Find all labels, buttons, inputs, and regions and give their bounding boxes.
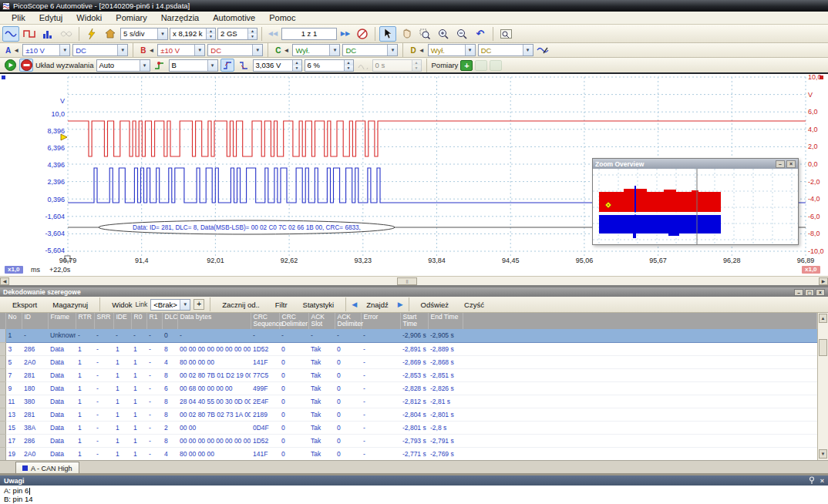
menu-item-0[interactable]: Plik xyxy=(5,12,32,24)
table-row[interactable]: 1-Unknown-----0-------2,906 s-2,905 s xyxy=(0,329,817,342)
start-from-button[interactable]: Zacznij od.. xyxy=(216,300,266,310)
undo-zoom-button[interactable]: ↶ xyxy=(472,26,489,42)
channel-d-coupling-select[interactable]: DC▾ xyxy=(478,44,533,56)
menu-item-2[interactable]: Widoki xyxy=(69,12,109,24)
scroll-down-icon[interactable]: ▼ xyxy=(819,449,827,459)
column-header[interactable]: CRC Sequence xyxy=(251,313,279,329)
table-row[interactable]: 17286Data1-11-800 00 00 00 00 00 00 001D… xyxy=(0,434,817,447)
find-prev-icon[interactable]: ◀ xyxy=(352,301,357,308)
home-button[interactable] xyxy=(102,26,119,42)
column-header[interactable]: R1 xyxy=(146,313,162,329)
clear-button[interactable]: Czyść xyxy=(458,300,490,310)
channel-d-range-select[interactable]: Wył.▾ xyxy=(428,44,476,56)
zoom-overview-titlebar[interactable]: Zoom Overview – × xyxy=(593,159,798,169)
dropdown-arrow-icon[interactable]: ▾ xyxy=(207,60,217,71)
menu-item-6[interactable]: Pomoc xyxy=(262,12,302,24)
row-gutter[interactable] xyxy=(0,408,5,421)
row-gutter[interactable] xyxy=(0,329,5,342)
close-icon[interactable]: × xyxy=(816,289,825,296)
table-row[interactable]: 52A0Data1-11-480 00 00 00141F0Tak0--2,86… xyxy=(0,355,817,368)
scroll-up-icon[interactable]: ▲ xyxy=(819,314,827,323)
dropdown-arrow-icon[interactable]: ▾ xyxy=(117,45,127,55)
row-gutter[interactable] xyxy=(0,342,5,355)
scrollbar-thumb[interactable] xyxy=(819,339,827,356)
minimize-icon[interactable]: – xyxy=(776,160,785,168)
column-header[interactable]: IDE xyxy=(113,313,131,329)
link-select[interactable]: <Brak>▾ xyxy=(150,299,190,311)
channel-c-coupling-select[interactable]: DC▾ xyxy=(342,44,398,56)
dropdown-arrow-icon[interactable]: ▾ xyxy=(523,45,533,55)
rapid-trigger-button[interactable] xyxy=(356,59,370,72)
review-button[interactable] xyxy=(354,26,371,42)
channel-b-range-select[interactable]: ±10 V▾ xyxy=(157,44,205,56)
dropdown-arrow-icon[interactable]: ▾ xyxy=(329,45,339,55)
table-row[interactable]: 9180Data1-11-600 68 00 00 00 00499F0Tak0… xyxy=(0,381,817,395)
channel-a-range-select[interactable]: ±10 V▾ xyxy=(22,44,70,56)
falling-edge-button[interactable] xyxy=(237,59,251,72)
channel-a-coupling-select[interactable]: DC▾ xyxy=(72,44,128,56)
spin-down-icon[interactable]: ▼ xyxy=(207,34,215,39)
minimize-icon[interactable]: – xyxy=(794,289,803,296)
find-button[interactable]: Znajdź xyxy=(360,300,395,310)
prev-waveform-button[interactable]: ◀◀ xyxy=(266,26,280,42)
dropdown-arrow-icon[interactable]: ▾ xyxy=(140,60,150,71)
column-header[interactable]: Frame xyxy=(48,313,76,329)
column-header[interactable]: Error xyxy=(361,313,400,329)
trigger-marker-icon[interactable] xyxy=(61,134,67,140)
table-row[interactable]: 13281Data1-11-800 02 80 7B 02 73 1A 0021… xyxy=(0,408,817,421)
channel-c-range-select[interactable]: Wył.▾ xyxy=(292,44,340,56)
menu-item-3[interactable]: Pomiary xyxy=(109,12,153,24)
find-next-icon[interactable]: ▶ xyxy=(398,301,403,308)
zoom-out-tool[interactable] xyxy=(453,26,470,42)
spin-down-icon[interactable]: ▼ xyxy=(248,34,257,39)
decoder-table[interactable]: NoIDFrameRTRSRRIDER0R1DLCData bytesCRC S… xyxy=(0,313,817,460)
advanced-trigger-button[interactable] xyxy=(153,59,167,72)
timebase-select[interactable]: 5 s/div▾ xyxy=(120,28,168,40)
export-button[interactable]: Eksport xyxy=(6,300,43,310)
decode-results-table[interactable]: NoIDFrameRTRSRRIDER0R1DLCData bytesCRC S… xyxy=(0,313,817,460)
zoom-factor-spinner[interactable]: x 8,192 k▲▼ xyxy=(170,28,216,40)
table-row[interactable]: 192A0Data1-11-480 00 00 00141F0Tak0--2,7… xyxy=(0,447,817,460)
waveform-page-box[interactable]: 1 z 1 xyxy=(281,28,337,40)
delete-measurement-button[interactable] xyxy=(490,60,502,71)
trigger-delay-spinner[interactable]: 0 s▲▼ xyxy=(372,59,422,72)
column-header[interactable]: No xyxy=(5,313,22,329)
table-row[interactable]: 1538AData1-11-200 000D4F0Tak0--2,801 s-2… xyxy=(0,421,817,434)
refresh-button[interactable]: Odśwież xyxy=(415,300,455,310)
menu-item-1[interactable]: Edytuj xyxy=(32,12,70,24)
column-header[interactable]: SRR xyxy=(94,313,113,329)
tab-a-can-high[interactable]: A - CAN High xyxy=(15,462,79,474)
scope-view-button[interactable] xyxy=(2,26,19,42)
row-gutter[interactable] xyxy=(0,447,5,460)
xy-view-button[interactable] xyxy=(58,26,75,42)
dropdown-arrow-icon[interactable]: ▾ xyxy=(157,29,167,39)
column-header[interactable]: ACK Delimiter xyxy=(335,313,361,329)
dropdown-arrow-icon[interactable]: ▾ xyxy=(59,45,69,55)
left-axis-multiplier-badge[interactable]: x1,0 xyxy=(5,266,23,274)
autosetup-button[interactable] xyxy=(83,26,100,42)
custom-probes-button[interactable] xyxy=(536,44,550,57)
row-gutter[interactable] xyxy=(0,368,5,381)
dropdown-arrow-icon[interactable]: ▾ xyxy=(465,45,475,55)
scrollbar-thumb[interactable]: || xyxy=(397,277,417,285)
zoom-in-tool[interactable] xyxy=(435,26,452,42)
row-gutter[interactable] xyxy=(0,381,5,395)
column-header[interactable]: Start Time xyxy=(400,313,428,329)
marquee-zoom-tool[interactable] xyxy=(416,26,433,42)
table-row[interactable]: 11380Data1-11-828 04 40 55 00 30 0D 002E… xyxy=(0,395,817,408)
add-measurement-button[interactable]: + xyxy=(460,60,473,71)
edit-measurement-button[interactable] xyxy=(475,60,487,71)
scope-view[interactable]: Data: ID= 281, DLC= 8, Data(MSB-LSB)= 00… xyxy=(0,74,828,276)
zoom-overview-button[interactable] xyxy=(497,26,514,42)
table-row[interactable]: 7281Data1-11-800 02 80 7B 01 D2 19 0077C… xyxy=(0,368,817,381)
spectrum-view-button[interactable] xyxy=(39,26,56,42)
trigger-level-spinner[interactable]: 3,036 V▲▼ xyxy=(253,59,302,72)
add-view-button[interactable]: + xyxy=(194,299,204,310)
next-waveform-button[interactable]: ▶▶ xyxy=(338,26,352,42)
horizontal-scrollbar[interactable]: ◀ || ▶ xyxy=(0,276,828,285)
right-axis-multiplier-badge[interactable]: x1,0 xyxy=(802,266,820,274)
store-button[interactable]: Magazynuj xyxy=(46,300,94,310)
column-header[interactable]: End Time xyxy=(428,313,463,329)
dropdown-arrow-icon[interactable]: ▾ xyxy=(194,45,204,55)
maximize-icon[interactable]: ▢ xyxy=(805,289,814,296)
